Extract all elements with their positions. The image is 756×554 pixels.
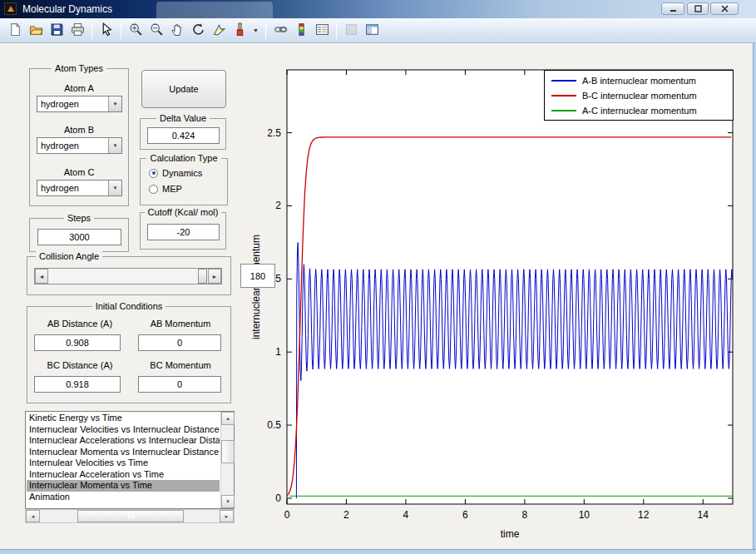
- atom-b-dropdown[interactable]: hydrogen ▼: [37, 137, 122, 154]
- atom-c-value: hydrogen: [37, 181, 108, 195]
- listbox-item[interactable]: Internuclear Acceleration vs Time: [27, 469, 220, 481]
- slider-right-arrow-icon[interactable]: ►: [208, 269, 221, 284]
- listbox-item[interactable]: Internuclear Momenta vs Internuclear Dis…: [27, 447, 220, 458]
- slider-thumb[interactable]: [198, 269, 207, 284]
- toolbar-separator: [265, 22, 266, 39]
- chevron-down-icon[interactable]: ▼: [108, 96, 121, 111]
- rotate-3d-button[interactable]: [188, 21, 208, 41]
- show-plot-tools-icon: [365, 22, 379, 39]
- scroll-down-icon[interactable]: ▼: [221, 495, 235, 508]
- listbox-item[interactable]: Kinetic Energy vs Time: [27, 413, 220, 424]
- toolbar-separator: [121, 22, 121, 39]
- data-cursor-icon: [212, 22, 226, 39]
- close-icon: [721, 5, 729, 12]
- legend-entry[interactable]: A-C internuclear momentum: [545, 103, 733, 118]
- listbox-item[interactable]: Internuclear Accelerations vs Internucle…: [27, 435, 220, 447]
- zoom-out-button[interactable]: [146, 21, 166, 41]
- show-plot-tools-button[interactable]: [362, 21, 382, 41]
- listbox-horizontal-scrollbar[interactable]: ◄ ►: [25, 509, 235, 523]
- x-tick-label: 6: [462, 509, 468, 521]
- ab-distance-label: AB Distance (A): [34, 319, 126, 329]
- listbox-vertical-scrollbar[interactable]: ▲ ▼: [220, 412, 234, 508]
- brush-data-button[interactable]: [230, 21, 250, 41]
- data-cursor-button[interactable]: [209, 21, 229, 41]
- collision-angle-slider[interactable]: ◄ ►: [34, 268, 222, 284]
- chevron-down-icon[interactable]: ▼: [108, 138, 121, 153]
- brush-dropdown-button[interactable]: ▼: [250, 21, 261, 41]
- slider-left-arrow-icon[interactable]: ◄: [35, 269, 48, 284]
- calculation-type-title: Calculation Type: [146, 153, 220, 163]
- minimize-button[interactable]: [661, 2, 684, 15]
- atom-a-value: hydrogen: [37, 96, 108, 111]
- ab-momentum-field[interactable]: 0: [138, 334, 221, 351]
- listbox-item[interactable]: Internuclear Momenta vs Time: [27, 480, 220, 492]
- app-icon: [4, 2, 17, 15]
- horizontal-scrollbar-thumb[interactable]: [77, 510, 184, 522]
- open-file-button[interactable]: [26, 21, 46, 41]
- radio-dynamics[interactable]: Dynamics: [149, 168, 202, 178]
- plot-type-listbox[interactable]: Kinetic Energy vs TimeInternuclear Veloc…: [25, 411, 235, 509]
- x-axis-label: time: [501, 528, 520, 540]
- listbox-item[interactable]: Internulear Velocities vs Time: [27, 458, 220, 469]
- hide-plot-tools-button[interactable]: [341, 21, 361, 41]
- atom-types-title: Atom Types: [52, 63, 106, 73]
- update-button[interactable]: Update: [141, 70, 226, 108]
- close-button[interactable]: [710, 2, 739, 15]
- initial-conditions-title: Initial Conditions: [92, 301, 166, 311]
- vertical-scrollbar-thumb[interactable]: [221, 440, 235, 463]
- cutoff-field[interactable]: -20: [147, 224, 220, 240]
- ab-distance-field[interactable]: 0.908: [34, 334, 121, 351]
- bc-distance-label: BC Distance (A): [34, 360, 126, 370]
- radio-dynamics-dot[interactable]: [149, 169, 158, 178]
- zoom-in-icon: [129, 22, 143, 39]
- x-tick-label: 4: [403, 509, 409, 521]
- delta-value-field[interactable]: 0.424: [147, 127, 220, 144]
- pan-hand-button[interactable]: [167, 21, 187, 41]
- calculation-type-panel: Calculation Type Dynamics MEP: [140, 158, 228, 205]
- legend-line-sample: [551, 110, 576, 111]
- zoom-in-button[interactable]: [126, 21, 146, 41]
- radio-mep-dot[interactable]: [149, 185, 158, 194]
- restore-button[interactable]: [687, 2, 709, 15]
- steps-field[interactable]: 3000: [37, 229, 121, 245]
- radio-mep[interactable]: MEP: [149, 184, 182, 194]
- edit-plot-arrow-icon: [100, 22, 114, 39]
- brush-data-icon: [233, 22, 247, 39]
- legend-label: A-C internuclear momentum: [582, 106, 697, 116]
- insert-colorbar-button[interactable]: [291, 21, 311, 41]
- print-figure-button[interactable]: [67, 21, 87, 41]
- bc-distance-field[interactable]: 0.918: [34, 376, 121, 393]
- title-bar[interactable]: Molecular Dynamics: [0, 0, 756, 18]
- legend-entry[interactable]: B-C internuclear momentum: [545, 88, 733, 103]
- chevron-down-icon[interactable]: ▼: [108, 181, 121, 195]
- atom-c-dropdown[interactable]: hydrogen ▼: [37, 180, 122, 196]
- atom-c-label: Atom C: [30, 167, 128, 177]
- bc-momentum-field[interactable]: 0: [138, 376, 221, 393]
- plot-legend[interactable]: A-B internuclear momentumB-C internuclea…: [544, 70, 734, 121]
- scroll-left-icon[interactable]: ◄: [26, 510, 40, 522]
- save-figure-button[interactable]: [47, 21, 67, 41]
- scroll-up-icon[interactable]: ▲: [221, 412, 235, 425]
- new-figure-button[interactable]: [5, 21, 25, 41]
- edit-plot-arrow-button[interactable]: [96, 21, 116, 41]
- listbox-item[interactable]: Animation: [27, 492, 220, 503]
- background-window-tab: [156, 2, 273, 18]
- legend-entry[interactable]: A-B internuclear momentum: [545, 73, 733, 88]
- cutoff-panel: Cutoff (Kcal/ mol) -20: [140, 212, 226, 250]
- listbox-items: Kinetic Energy vs TimeInternuclear Veloc…: [27, 413, 220, 507]
- y-tick-label: 1: [275, 346, 281, 358]
- collision-angle-value-field[interactable]: 180: [240, 264, 275, 288]
- x-tick-label: 14: [698, 509, 709, 521]
- toolbar-separator: [336, 22, 337, 39]
- insert-legend-button[interactable]: [312, 21, 332, 41]
- legend-line-sample: [551, 80, 576, 82]
- listbox-item[interactable]: Internuclear Velocities vs Internuclear …: [27, 424, 220, 436]
- steps-title: Steps: [64, 213, 94, 223]
- link-plots-button[interactable]: [270, 21, 290, 41]
- ab-momentum-label: AB Momentum: [136, 319, 225, 329]
- atom-a-dropdown[interactable]: hydrogen ▼: [37, 96, 122, 112]
- scroll-right-icon[interactable]: ►: [220, 510, 234, 522]
- toolbar: ▼: [0, 18, 756, 43]
- x-tick-label: 10: [579, 509, 590, 521]
- zoom-out-icon: [150, 22, 164, 39]
